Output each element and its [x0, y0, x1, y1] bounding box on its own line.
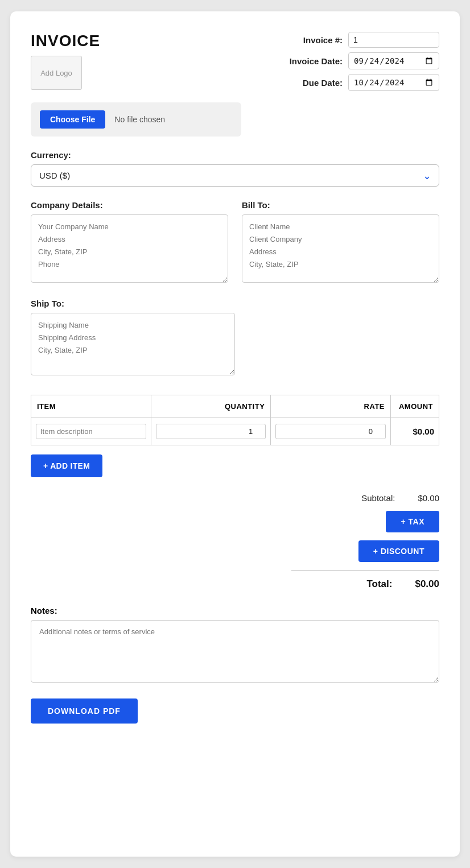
invoice-card: INVOICE Add Logo Invoice #: Invoice Date…: [10, 11, 460, 857]
download-pdf-button[interactable]: DOWNLOAD PDF: [31, 698, 138, 724]
add-item-button[interactable]: + ADD ITEM: [31, 454, 102, 477]
totals-section: Subtotal: $0.00 + TAX + DISCOUNT Total: …: [31, 493, 439, 590]
col-quantity: QUANTITY: [151, 395, 271, 418]
total-value: $0.00: [415, 578, 439, 590]
item-amount-cell: $0.00: [391, 418, 439, 445]
notes-textarea[interactable]: [31, 620, 439, 683]
logo-placeholder[interactable]: Add Logo: [31, 56, 82, 90]
col-item: ITEM: [31, 395, 151, 418]
item-description-cell: [31, 418, 151, 445]
invoice-number-label: Invoice #:: [274, 35, 343, 45]
company-details-section: Company Details:: [31, 200, 228, 285]
item-rate-cell: [271, 418, 391, 445]
due-date-input[interactable]: [348, 74, 439, 91]
file-upload-area: Choose File No file chosen: [31, 102, 241, 137]
invoice-header: INVOICE Add Logo Invoice #: Invoice Date…: [31, 32, 439, 91]
ship-to-label: Ship To:: [31, 299, 439, 308]
total-label: Total:: [366, 578, 392, 590]
header-left: INVOICE Add Logo: [31, 32, 100, 90]
col-amount: AMOUNT: [391, 395, 439, 418]
no-file-text: No file chosen: [114, 115, 165, 124]
header-right: Invoice #: Invoice Date: Due Date:: [274, 32, 439, 91]
add-tax-button[interactable]: + TAX: [386, 511, 439, 532]
bill-to-section: Bill To:: [242, 200, 439, 285]
company-details-textarea[interactable]: [31, 214, 228, 283]
currency-select[interactable]: USD ($) EUR (€) GBP (£) JPY (¥): [31, 164, 439, 187]
ship-to-section: Ship To:: [31, 299, 439, 378]
item-rate-input[interactable]: [275, 424, 386, 439]
choose-file-button[interactable]: Choose File: [40, 110, 105, 129]
notes-label: Notes:: [31, 606, 439, 615]
currency-label: Currency:: [31, 150, 439, 160]
ship-to-textarea[interactable]: [31, 313, 235, 375]
item-description-input[interactable]: [36, 424, 146, 439]
item-quantity-input[interactable]: [156, 424, 266, 439]
total-divider: [291, 570, 439, 571]
items-table: ITEM QUANTITY RATE AMOUNT $0.00: [31, 395, 439, 445]
invoice-title: INVOICE: [31, 32, 100, 50]
invoice-number-input[interactable]: [348, 32, 439, 48]
due-date-row: Due Date:: [274, 74, 439, 91]
due-date-label: Due Date:: [274, 78, 343, 88]
address-columns: Company Details: Bill To:: [31, 200, 439, 285]
subtotal-label: Subtotal:: [361, 493, 395, 503]
total-row: Total: $0.00: [31, 578, 439, 590]
invoice-date-label: Invoice Date:: [274, 56, 343, 66]
subtotal-value: $0.00: [418, 493, 439, 503]
bill-to-label: Bill To:: [242, 200, 439, 210]
item-quantity-cell: [151, 418, 271, 445]
bill-to-textarea[interactable]: [242, 214, 439, 283]
table-row: $0.00: [31, 418, 439, 445]
subtotal-row: Subtotal: $0.00: [31, 493, 439, 503]
col-rate: RATE: [271, 395, 391, 418]
company-details-label: Company Details:: [31, 200, 228, 210]
currency-select-wrap: USD ($) EUR (€) GBP (£) JPY (¥) ⌄: [31, 164, 439, 187]
invoice-number-row: Invoice #:: [274, 32, 439, 48]
add-discount-button[interactable]: + DISCOUNT: [358, 540, 439, 562]
invoice-date-row: Invoice Date:: [274, 52, 439, 69]
invoice-date-input[interactable]: [348, 52, 439, 69]
